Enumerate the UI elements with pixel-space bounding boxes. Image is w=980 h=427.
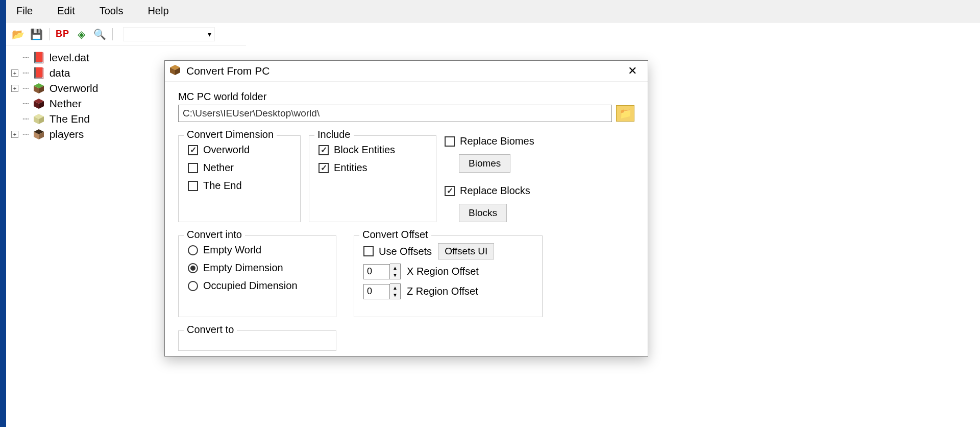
checkbox-label: Block Entities <box>334 144 395 156</box>
group-legend: Convert into <box>184 229 245 241</box>
checkbox-block-entities[interactable]: Block Entities <box>318 141 427 159</box>
group-legend: Convert to <box>184 324 237 336</box>
menu-edit[interactable]: Edit <box>52 3 80 19</box>
convert-offset-group: Convert Offset Use Offsets Offsets UI ▲▼ <box>354 235 543 317</box>
checkbox-icon <box>188 145 198 155</box>
checkbox-icon <box>318 145 329 155</box>
checkbox-label: Entities <box>334 162 368 174</box>
tree-label: level.dat <box>50 52 89 64</box>
replace-column: Replace Biomes Biomes Replace Blocks Blo… <box>445 132 534 222</box>
main-window: File Edit Tools Help 📂 💾 BP ◈ 🔍 ┈ 📕 leve… <box>6 0 980 427</box>
browse-folder-button[interactable]: 📁 <box>616 105 634 122</box>
radio-occupied-dimension[interactable]: Occupied Dimension <box>188 277 327 295</box>
checkbox-icon <box>445 136 455 147</box>
spin-down-icon[interactable]: ▼ <box>390 292 400 299</box>
tree-label: Overworld <box>50 82 99 94</box>
menu-tools[interactable]: Tools <box>94 3 129 19</box>
spin-down-icon[interactable]: ▼ <box>390 272 400 279</box>
biomes-button[interactable]: Biomes <box>459 154 510 173</box>
convert-dimension-group: Convert Dimension Overworld Nether The E… <box>178 135 301 222</box>
checkbox-label: Use Offsets <box>379 246 432 257</box>
folder-label: MC PC world folder <box>178 91 634 103</box>
blocks-button[interactable]: Blocks <box>459 204 507 222</box>
checkbox-use-offsets[interactable]: Use Offsets <box>363 246 432 257</box>
radio-empty-world[interactable]: Empty World <box>188 241 327 259</box>
radio-label: Empty World <box>203 244 261 256</box>
menu-file[interactable]: File <box>11 3 38 19</box>
convert-from-pc-dialog: Convert From PC ✕ MC PC world folder 📁 C… <box>164 60 648 357</box>
checkbox-label: Nether <box>203 162 234 174</box>
save-icon[interactable]: 💾 <box>30 28 43 41</box>
checkbox-nether[interactable]: Nether <box>188 159 291 177</box>
x-offset-input[interactable] <box>363 264 390 279</box>
player-head-icon <box>32 128 45 141</box>
toolbar-separator-2 <box>112 28 113 40</box>
tree-label: data <box>50 67 70 79</box>
folder-icon: 📁 <box>619 107 632 120</box>
open-folder-icon[interactable]: 📂 <box>11 28 24 41</box>
x-offset-spinner[interactable]: ▲▼ <box>363 264 401 279</box>
x-offset-label: X Region Offset <box>407 266 479 277</box>
checkbox-replace-biomes[interactable]: Replace Biomes <box>445 132 534 150</box>
map-icon[interactable]: ◈ <box>75 28 88 41</box>
world-folder-input[interactable] <box>178 105 612 122</box>
grass-block-icon <box>32 82 45 95</box>
checkbox-icon <box>318 163 329 173</box>
close-button[interactable]: ✕ <box>621 63 644 79</box>
radio-icon <box>188 245 198 255</box>
tree-toggle <box>11 100 18 107</box>
checkbox-label: The End <box>203 180 242 192</box>
checkbox-overworld[interactable]: Overworld <box>188 141 291 159</box>
convert-to-group: Convert to <box>178 330 336 351</box>
netherrack-icon <box>32 97 45 110</box>
radio-label: Occupied Dimension <box>203 280 298 292</box>
tree-toggle <box>11 115 18 123</box>
radio-label: Empty Dimension <box>203 262 283 274</box>
tree-label: players <box>50 128 84 140</box>
dialog-titlebar: Convert From PC ✕ <box>165 61 648 82</box>
checkbox-the-end[interactable]: The End <box>188 177 291 195</box>
menu-bar: File Edit Tools Help <box>6 0 980 22</box>
spin-up-icon[interactable]: ▲ <box>390 264 400 272</box>
checkbox-label: Overworld <box>203 144 250 156</box>
z-offset-label: Z Region Offset <box>407 286 478 297</box>
radio-icon <box>188 281 198 291</box>
dialog-title: Convert From PC <box>186 65 270 77</box>
bp-icon[interactable]: BP <box>56 29 69 39</box>
checkbox-replace-blocks[interactable]: Replace Blocks <box>445 182 534 200</box>
tree-label: Nether <box>50 98 82 110</box>
spin-up-icon[interactable]: ▲ <box>390 284 400 292</box>
book-icon: 📕 <box>32 66 45 80</box>
toolbar-dropdown[interactable] <box>123 27 215 41</box>
checkbox-icon <box>188 163 198 173</box>
radio-icon <box>188 263 198 273</box>
checkbox-icon <box>445 186 455 196</box>
convert-into-group: Convert into Empty World Empty Dimension… <box>178 235 336 317</box>
checkbox-label: Replace Blocks <box>460 185 530 197</box>
tree-expand[interactable]: + <box>11 85 18 92</box>
checkbox-icon <box>363 246 374 256</box>
include-group: Include Block Entities Entities <box>309 135 436 222</box>
tree-label: The End <box>50 113 90 125</box>
group-legend: Include <box>314 129 354 140</box>
toolbar-separator <box>49 28 50 40</box>
tree-expand[interactable]: + <box>11 131 18 138</box>
checkbox-entities[interactable]: Entities <box>318 159 427 177</box>
z-offset-spinner[interactable]: ▲▼ <box>363 283 401 299</box>
checkbox-icon <box>188 181 198 191</box>
tree-toggle <box>11 54 18 61</box>
search-icon[interactable]: 🔍 <box>93 28 106 41</box>
z-offset-input[interactable] <box>363 284 390 299</box>
checkbox-label: Replace Biomes <box>460 135 534 147</box>
tree-expand[interactable]: + <box>11 69 18 77</box>
menu-help[interactable]: Help <box>142 3 174 19</box>
endstone-icon <box>32 112 45 126</box>
book-icon: 📕 <box>32 51 45 64</box>
chest-icon <box>169 64 181 79</box>
group-legend: Convert Offset <box>359 229 431 241</box>
radio-empty-dimension[interactable]: Empty Dimension <box>188 259 327 277</box>
group-legend: Convert Dimension <box>184 129 277 140</box>
toolbar: 📂 💾 BP ◈ 🔍 <box>6 22 246 46</box>
offsets-ui-button[interactable]: Offsets UI <box>438 243 494 259</box>
